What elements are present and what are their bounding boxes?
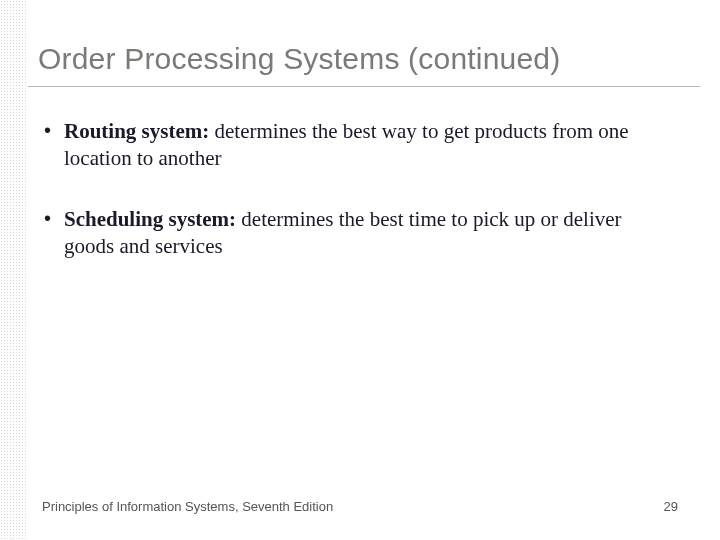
bullet-item: • Scheduling system: determines the best… <box>42 206 675 260</box>
bullet-term: Routing system: <box>64 119 209 143</box>
bullet-text: Routing system: determines the best way … <box>64 118 675 172</box>
footer-page-number: 29 <box>664 499 678 514</box>
slide-body: • Routing system: determines the best wa… <box>42 118 675 294</box>
slide-footer: Principles of Information Systems, Seven… <box>42 499 678 514</box>
bullet-term: Scheduling system: <box>64 207 236 231</box>
slide-title: Order Processing Systems (continued) <box>38 42 682 76</box>
bullet-text: Scheduling system: determines the best t… <box>64 206 675 260</box>
left-dot-pattern <box>0 0 28 540</box>
bullet-item: • Routing system: determines the best wa… <box>42 118 675 172</box>
footer-source: Principles of Information Systems, Seven… <box>42 499 333 514</box>
slide: Order Processing Systems (continued) • R… <box>0 0 720 540</box>
bullet-marker: • <box>42 206 64 232</box>
bullet-marker: • <box>42 118 64 144</box>
title-underline <box>28 86 700 87</box>
